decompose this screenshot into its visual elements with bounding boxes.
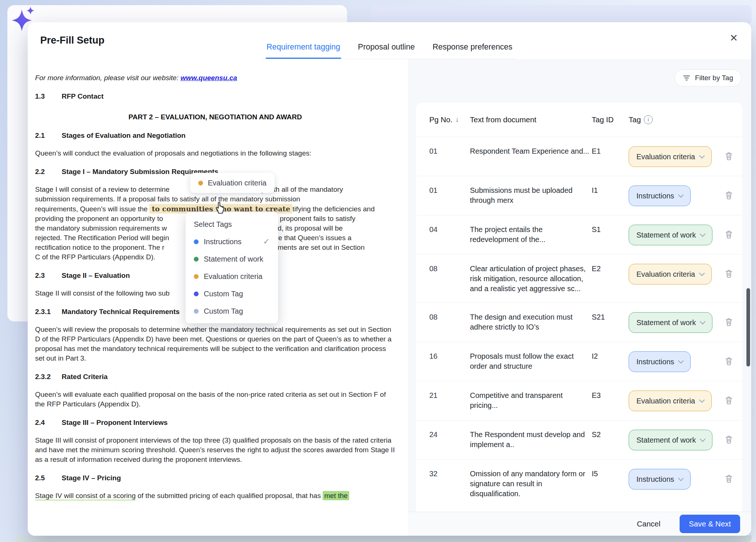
- website-link[interactable]: www.queensu.ca: [181, 74, 237, 82]
- paragraph-2-3-2: Queen’s will evaluate each qualified pro…: [35, 390, 395, 409]
- heading-number: 1.3: [35, 92, 62, 101]
- row-document-text: Omission of any mandatory form or signat…: [470, 469, 592, 499]
- row-tag-id: E2: [592, 264, 629, 274]
- heading-title: Mandatory Technical Requirements: [62, 308, 180, 316]
- row-page-number: 16: [429, 351, 470, 361]
- row-tag-select[interactable]: Instructions: [629, 185, 691, 206]
- table-row: 04 The project entails the redevelopment…: [416, 215, 742, 254]
- tag-color-dot: [194, 274, 199, 279]
- heading-title: RFP Contact: [62, 92, 104, 100]
- row-page-number: 21: [429, 391, 470, 400]
- column-header-text: Text from document: [470, 115, 592, 124]
- row-tag-label: Statement of work: [636, 231, 696, 239]
- table-row: 16 Proposals must follow the exact order…: [416, 342, 742, 381]
- chip-label: Evaluation criteria: [208, 178, 267, 188]
- applied-tag-chip[interactable]: Evaluation criteria: [190, 173, 275, 193]
- chip-color-dot: [198, 181, 203, 185]
- tab-requirement-tagging[interactable]: Requirement tagging: [266, 42, 341, 59]
- row-page-number: 24: [429, 430, 470, 440]
- trash-icon[interactable]: [725, 230, 733, 239]
- modal-header: Pre-Fill Setup Requirement taggingPropos…: [28, 22, 751, 59]
- row-tag-id: I1: [592, 185, 629, 195]
- tag-option-label: Custom Tag: [204, 289, 243, 299]
- table-row: 24 The Respondent must develop and imple…: [416, 420, 742, 459]
- table-rows: 01 Respondent Team Experience and... E1 …: [416, 137, 742, 508]
- modal-footer: Cancel Save & Next: [408, 512, 751, 536]
- heading-2-1: 2.1Stages of Evaluation and Negotiation: [35, 131, 395, 140]
- row-tag-select[interactable]: Instructions: [629, 351, 691, 372]
- tag-option-statement-of-work[interactable]: Statement of work: [194, 254, 270, 264]
- filter-icon: [683, 75, 690, 81]
- chevron-down-icon: [700, 436, 706, 442]
- trash-icon[interactable]: [725, 396, 733, 405]
- tab-response-preferences[interactable]: Response preferences: [432, 42, 513, 59]
- tag-color-dot: [194, 257, 199, 262]
- table-row: 01 Respondent Team Experience and... E1 …: [416, 137, 742, 176]
- column-header-tag: Tagi: [629, 115, 714, 124]
- tag-option-label: Evaluation criteria: [204, 272, 262, 281]
- tag-option-evaluation-criteria[interactable]: Evaluation criteria: [194, 272, 270, 281]
- save-next-button[interactable]: Save & Next: [680, 515, 740, 533]
- tag-color-dot: [194, 309, 199, 314]
- part2-heading: PART 2 – EVALUATION, NEGOTIATION AND AWA…: [35, 112, 395, 122]
- chevron-down-icon: [699, 397, 705, 403]
- scrollbar-thumb[interactable]: [746, 288, 750, 367]
- row-tag-label: Statement of work: [636, 436, 696, 444]
- row-document-text: Respondent Team Experience and...: [470, 146, 592, 156]
- row-tag-id: E1: [592, 146, 629, 156]
- row-document-text: The Respondent must develop and implemen…: [470, 430, 592, 450]
- trash-icon[interactable]: [725, 269, 733, 278]
- row-page-number: 08: [429, 312, 470, 322]
- trash-icon[interactable]: [725, 357, 733, 366]
- table-row: 32 Omission of any mandatory form or sig…: [416, 459, 742, 508]
- heading-number: 2.3.2: [35, 372, 62, 382]
- row-tag-select[interactable]: Evaluation criteria: [629, 264, 712, 284]
- tag-option-custom-tag[interactable]: Custom Tag: [194, 289, 270, 299]
- select-tags-menu-items: Instructions✓Statement of workEvaluation…: [194, 237, 270, 316]
- trash-icon[interactable]: [725, 435, 733, 444]
- trash-icon[interactable]: [725, 191, 733, 200]
- trash-icon[interactable]: [725, 318, 733, 327]
- chevron-down-icon: [699, 270, 705, 276]
- column-header-tag-id: Tag ID: [592, 115, 629, 124]
- row-document-text: The project entails the redevelopment of…: [470, 225, 592, 245]
- chevron-down-icon: [699, 153, 705, 159]
- column-header-pg[interactable]: Pg No.↓: [429, 115, 470, 124]
- heading-2-3-2: 2.3.2Rated Criteria: [35, 372, 395, 382]
- screen: Pre-Fill Setup Requirement taggingPropos…: [0, 0, 756, 542]
- heading-title: Stage II – Evaluation: [62, 272, 130, 279]
- row-tag-select[interactable]: Statement of work: [629, 430, 712, 450]
- tag-color-dot: [194, 292, 199, 296]
- row-tag-select[interactable]: Instructions: [629, 469, 691, 490]
- row-tag-label: Statement of work: [636, 318, 696, 327]
- tag-option-instructions[interactable]: Instructions✓: [194, 237, 270, 246]
- close-icon[interactable]: ✕: [729, 33, 738, 43]
- table-row: 21 Competitive and transparent pricing..…: [416, 381, 742, 420]
- row-tag-select[interactable]: Evaluation criteria: [629, 146, 712, 167]
- tab-proposal-outline[interactable]: Proposal outline: [357, 42, 416, 59]
- heading-number: 2.2: [35, 167, 62, 177]
- tag-color-dot: [194, 239, 199, 244]
- row-tag-select[interactable]: Evaluation criteria: [629, 391, 712, 411]
- tag-option-custom-tag[interactable]: Custom Tag: [194, 306, 270, 316]
- trash-icon[interactable]: [725, 474, 733, 483]
- row-tag-select[interactable]: Statement of work: [629, 312, 712, 333]
- paragraph-2-1: Queen’s will conduct the evaluation of p…: [35, 149, 395, 158]
- document-intro-line: For more information, please visit our w…: [35, 73, 395, 83]
- sparkle-logo-icon: [10, 6, 38, 38]
- tagged-text-highlight-green[interactable]: met the: [323, 491, 349, 500]
- info-icon[interactable]: i: [644, 115, 653, 124]
- chevron-down-icon: [678, 192, 684, 198]
- cancel-button[interactable]: Cancel: [635, 519, 663, 529]
- row-tag-label: Instructions: [636, 475, 674, 484]
- heading-title: Stage III – Proponent Interviews: [62, 419, 168, 426]
- row-tag-label: Evaluation criteria: [636, 397, 695, 405]
- filter-by-tag-button[interactable]: Filter by Tag: [674, 69, 742, 86]
- row-tag-select[interactable]: Statement of work: [629, 225, 712, 245]
- row-document-text: The design and execution must adhere str…: [470, 312, 592, 332]
- filter-row: Filter by Tag: [408, 59, 751, 103]
- trash-icon[interactable]: [725, 152, 733, 161]
- prefill-setup-modal: Pre-Fill Setup Requirement taggingPropos…: [28, 22, 751, 536]
- row-tag-id: I5: [592, 469, 629, 479]
- row-tag-id: S21: [592, 312, 629, 322]
